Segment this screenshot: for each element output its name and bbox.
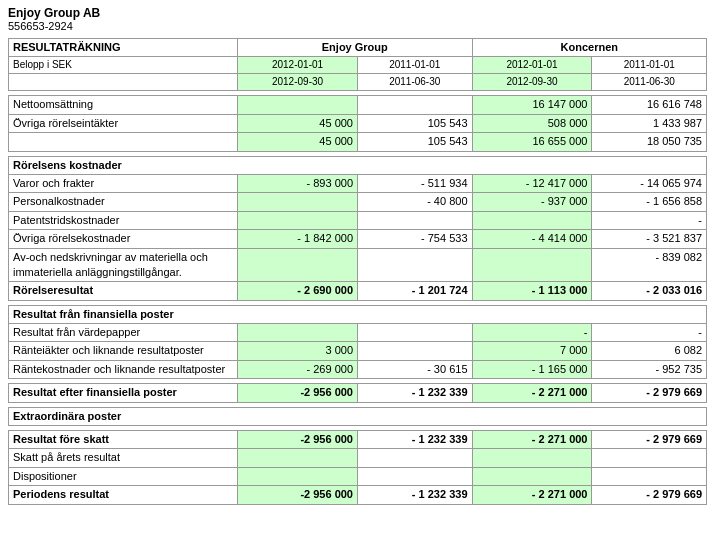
row-label: Resultat efter finansiella poster [9, 384, 238, 402]
eg-col2: - 1 232 339 [358, 486, 473, 504]
eg-col2 [358, 96, 473, 114]
eg-col1 [238, 193, 358, 211]
table-row: Periodens resultat -2 956 000 - 1 232 33… [9, 486, 707, 504]
k-col1: - 2 271 000 [472, 486, 592, 504]
k-col2: - [592, 324, 707, 342]
table-row: Rörelsens kostnader [9, 156, 707, 174]
k-col1: 16 147 000 [472, 96, 592, 114]
table-row: Patentstridskostnader - [9, 211, 707, 229]
k-col1: - 12 417 000 [472, 174, 592, 192]
date-row: 2012-09-30 2011-06-30 2012-09-30 2011-06… [9, 74, 707, 91]
k-col1: - 4 414 000 [472, 230, 592, 248]
belopp-label: Belopp i SEK [9, 57, 238, 74]
k-col1: - 937 000 [472, 193, 592, 211]
eg-col2: - 754 533 [358, 230, 473, 248]
table-row: Rörelseresultat - 2 690 000 - 1 201 724 … [9, 282, 707, 300]
section-header: Rörelsens kostnader [9, 156, 707, 174]
table-row: Personalkostnader - 40 800 - 937 000 - 1… [9, 193, 707, 211]
k-col2: - 839 082 [592, 248, 707, 282]
eg-col2 [358, 324, 473, 342]
koncernen-header: Koncernen [472, 39, 706, 57]
row-label: Skatt på årets resultat [9, 449, 238, 467]
table-row: Varor och frakter - 893 000 - 511 934 - … [9, 174, 707, 192]
row-label: Periodens resultat [9, 486, 238, 504]
k-col1-from: 2012-01-01 [472, 57, 592, 74]
enjoy-group-header: Enjoy Group [238, 39, 472, 57]
k-col2: - 2 979 669 [592, 486, 707, 504]
section-header: Resultat från finansiella poster [9, 305, 707, 323]
k-col2: - [592, 211, 707, 229]
eg-col1 [238, 211, 358, 229]
eg-col1-from: 2012-01-01 [238, 57, 358, 74]
row-label: Övriga rörelsekostnader [9, 230, 238, 248]
row-label: Varor och frakter [9, 174, 238, 192]
table-row: Extraordinära poster [9, 407, 707, 425]
k-col2: 6 082 [592, 342, 707, 360]
k-col1: 7 000 [472, 342, 592, 360]
row-label: Räntekostnader och liknande resultatpost… [9, 360, 238, 378]
k-col1: 16 655 000 [472, 133, 592, 151]
table-row: Resultat efter finansiella poster -2 956… [9, 384, 707, 402]
k-col1: - 2 271 000 [472, 431, 592, 449]
eg-col1: - 1 842 000 [238, 230, 358, 248]
row-label: Ränteiäkter och liknande resultatposter [9, 342, 238, 360]
k-col1: - 1 113 000 [472, 282, 592, 300]
k-col1: 508 000 [472, 114, 592, 132]
k-col1-to: 2012-09-30 [472, 74, 592, 91]
k-col2: - 14 065 974 [592, 174, 707, 192]
belopp-row: Belopp i SEK 2012-01-01 2011-01-01 2012-… [9, 57, 707, 74]
company-name: Enjoy Group AB [8, 6, 707, 20]
section-header: Extraordinära poster [9, 407, 707, 425]
financial-table: RESULTATRÄKNING Enjoy Group Koncernen Be… [8, 38, 707, 505]
eg-col1: - 2 690 000 [238, 282, 358, 300]
k-col2: - 952 735 [592, 360, 707, 378]
row-label: Patentstridskostnader [9, 211, 238, 229]
eg-col1: 3 000 [238, 342, 358, 360]
k-col2: 16 616 748 [592, 96, 707, 114]
eg-col2 [358, 248, 473, 282]
eg-col1: - 269 000 [238, 360, 358, 378]
table-row: Ränteiäkter och liknande resultatposter … [9, 342, 707, 360]
eg-col2 [358, 449, 473, 467]
eg-col2: 105 543 [358, 114, 473, 132]
row-label [9, 133, 238, 151]
k-col2: 1 433 987 [592, 114, 707, 132]
k-col1: - [472, 324, 592, 342]
main-header-row: RESULTATRÄKNING Enjoy Group Koncernen [9, 39, 707, 57]
table-row: Resultat från värdepapper - - [9, 324, 707, 342]
row-label: Av-och nedskrivningar av materiella och … [9, 248, 238, 282]
k-col2: - 3 521 837 [592, 230, 707, 248]
k-col2-to: 2011-06-30 [592, 74, 707, 91]
empty-date [9, 74, 238, 91]
eg-col1: -2 956 000 [238, 384, 358, 402]
k-col1 [472, 211, 592, 229]
table-row: Nettoomsättning 16 147 000 16 616 748 [9, 96, 707, 114]
company-id: 556653-2924 [8, 20, 707, 32]
row-label: Övriga rörelseintäkter [9, 114, 238, 132]
row-label: Resultat från värdepapper [9, 324, 238, 342]
row-label: Nettoomsättning [9, 96, 238, 114]
row-label: Resultat före skatt [9, 431, 238, 449]
eg-col2-to: 2011-06-30 [358, 74, 473, 91]
eg-col1 [238, 449, 358, 467]
eg-col2: - 511 934 [358, 174, 473, 192]
table-row: Övriga rörelseintäkter 45 000 105 543 50… [9, 114, 707, 132]
table-row: Av-och nedskrivningar av materiella och … [9, 248, 707, 282]
k-col2: - 2 979 669 [592, 431, 707, 449]
table-row: Räntekostnader och liknande resultatpost… [9, 360, 707, 378]
k-col2 [592, 449, 707, 467]
eg-col1: -2 956 000 [238, 431, 358, 449]
resultrakning-header: RESULTATRÄKNING [9, 39, 238, 57]
eg-col2: 105 543 [358, 133, 473, 151]
row-label: Personalkostnader [9, 193, 238, 211]
eg-col1 [238, 324, 358, 342]
eg-col2-from: 2011-01-01 [358, 57, 473, 74]
eg-col1: -2 956 000 [238, 486, 358, 504]
table-row: Resultat före skatt -2 956 000 - 1 232 3… [9, 431, 707, 449]
eg-col1: 45 000 [238, 133, 358, 151]
eg-col2: - 40 800 [358, 193, 473, 211]
k-col1: - 1 165 000 [472, 360, 592, 378]
table-row: Dispositioner [9, 467, 707, 485]
eg-col1-to: 2012-09-30 [238, 74, 358, 91]
eg-col2 [358, 211, 473, 229]
